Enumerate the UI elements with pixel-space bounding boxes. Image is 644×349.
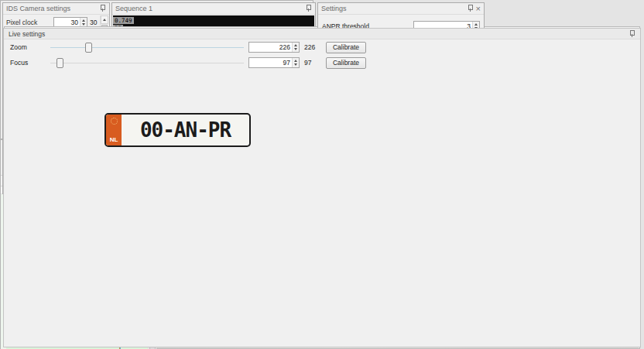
settings-panel-title: Settings: [321, 5, 347, 12]
live-settings-title: Live settings: [9, 30, 45, 38]
pin-icon[interactable]: [99, 5, 106, 12]
pixel-clock-echo: 30: [87, 19, 99, 26]
slider-handle[interactable]: [57, 58, 63, 68]
sequence-panel-header: Sequence 1: [112, 3, 315, 15]
zoom-label: Zoom: [10, 43, 46, 51]
zoom-calibrate-button[interactable]: Calibrate: [326, 42, 366, 53]
license-plate: NL 00-AN-PR: [104, 113, 251, 147]
pin-icon[interactable]: [629, 30, 635, 38]
zoom-spinner[interactable]: 226: [248, 42, 300, 53]
focus-calibrate-button[interactable]: Calibrate: [326, 57, 366, 69]
spin-up-icon[interactable]: [474, 23, 478, 26]
scroll-up-icon[interactable]: [101, 15, 108, 24]
spin-down-icon[interactable]: [294, 63, 297, 66]
focus-echo: 97: [304, 59, 321, 67]
eu-stars-icon: [111, 118, 118, 125]
ids-panel-header: IDS Camera settings: [3, 3, 109, 15]
zoom-echo: 226: [304, 43, 321, 51]
close-icon[interactable]: ×: [476, 5, 481, 13]
spin-up-icon[interactable]: [294, 60, 297, 62]
live-settings-group: Live settings Zoom 226 226 Calibrate Foc…: [3, 28, 641, 347]
settings-panel-header: Settings ×: [318, 3, 484, 15]
focus-slider[interactable]: [50, 56, 244, 69]
app-window: IDS Camera settings Pixel clock 30 30 Bl…: [0, 0, 644, 349]
zoom-slider[interactable]: [50, 41, 244, 53]
plate-text: 00-AN-PR: [122, 115, 249, 145]
spin-up-icon[interactable]: [82, 19, 85, 22]
spin-down-icon[interactable]: [82, 23, 85, 26]
sequence-panel-title: Sequence 1: [115, 5, 152, 12]
pin-icon[interactable]: [467, 5, 474, 12]
pin-icon[interactable]: [305, 5, 312, 12]
focus-spinner[interactable]: 97: [248, 57, 300, 68]
ids-panel-title: IDS Camera settings: [6, 5, 70, 12]
spin-up-icon[interactable]: [294, 44, 297, 46]
plate-country-band: NL: [106, 115, 122, 145]
spin-down-icon[interactable]: [294, 48, 297, 50]
slider-handle[interactable]: [85, 43, 92, 53]
pixel-clock-label: Pixel clock: [6, 19, 53, 26]
overlay-value: 0.749: [113, 17, 134, 24]
focus-label: Focus: [10, 59, 46, 67]
